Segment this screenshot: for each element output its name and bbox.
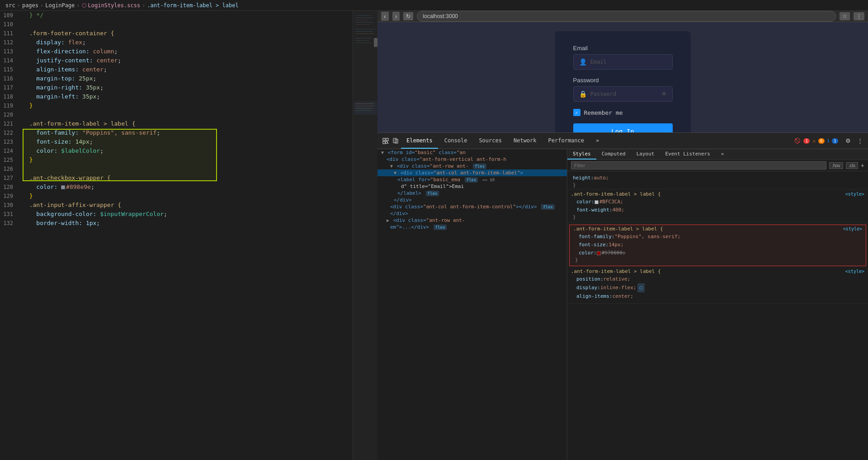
email-field: Email 👤 Email <box>573 45 673 70</box>
css-rule-height-auto: height: auto; } <box>567 173 868 189</box>
code-line-114: 114 justify-content: center; <box>0 56 353 65</box>
dom-line-12[interactable]: em">...</div> flex <box>377 224 567 230</box>
filter-add-btn[interactable]: + <box>861 162 864 169</box>
styles-filter-bar: .hov .cls + <box>567 160 868 171</box>
remember-checkbox[interactable]: ✓ <box>573 109 580 116</box>
breadcrumb-bar: src › pages › LoginPage › ⬡ LoginStyles.… <box>0 0 868 11</box>
breadcrumb-file[interactable]: LoginStyles.scss <box>88 2 141 9</box>
filter-hov-btn[interactable]: .hov <box>829 162 843 169</box>
devtools-content: ▼ <form id="basic" class="an <div class=… <box>377 149 868 460</box>
styles-tab-more[interactable]: » <box>716 149 730 160</box>
browser-back-btn[interactable]: ‹ <box>381 12 389 21</box>
browser-url-bar[interactable] <box>417 11 836 22</box>
breadcrumb-src[interactable]: src <box>5 2 15 9</box>
browser-refresh-btn[interactable]: ↻ <box>403 12 413 20</box>
password-input-display[interactable]: 🔒 Password 👁 <box>573 86 673 102</box>
svg-rect-14 <box>355 108 373 108</box>
browser-bookmark-btn[interactable]: ☆ <box>840 12 850 20</box>
breadcrumb-sep-2: › <box>40 2 43 9</box>
css-rule-3: .ant-form-item-label > label { <style> p… <box>567 268 868 304</box>
styles-content: height: auto; } .ant-form-item-label > l… <box>567 171 868 460</box>
filter-cls-btn[interactable]: .cls <box>846 162 858 169</box>
code-line-113: 113 flex-direction: column; <box>0 47 353 56</box>
dom-line-11[interactable]: ▶ <div class="ant-row ant- <box>377 217 567 224</box>
login-button[interactable]: Log In <box>573 123 673 133</box>
info-icon: ℹ <box>827 138 829 144</box>
css-rule-3-prop-position: position: relative; <box>571 275 864 283</box>
dom-line-1[interactable]: ▼ <form id="basic" class="an <box>377 149 567 156</box>
minimap-scrollbar[interactable] <box>374 38 377 47</box>
code-line-109: 109 } */ <box>0 11 353 20</box>
dom-line-3[interactable]: ▼ <div class="ant-row ant- flex <box>377 163 567 169</box>
dom-line-5[interactable]: <label for="basic_ema flex == $0 <box>377 176 567 183</box>
devtools-tab-network[interactable]: Network <box>508 133 542 149</box>
dom-line-8[interactable]: </div> <box>377 197 567 203</box>
svg-rect-3 <box>355 22 373 23</box>
warning-icon: ⚠ <box>812 138 816 144</box>
dom-line-9[interactable]: <div class="ant-col ant-form-item-contro… <box>377 203 567 210</box>
css-rule-1-prop-color: color: #BFC3CA; <box>571 198 864 206</box>
code-lines: 109 } */ 110 111 .form-footer-container … <box>0 11 353 228</box>
browser-forward-btn[interactable]: › <box>392 12 400 21</box>
code-line-121: 121 .ant-form-item-label > label { <box>0 119 353 128</box>
code-line-124: 124 color: $labelColor; <box>0 146 353 155</box>
code-line-115: 115 align-items: center; <box>0 65 353 74</box>
inline-flex-badge: ⬡ <box>637 283 645 292</box>
styles-tab-layout[interactable]: Layout <box>631 149 660 160</box>
code-line-123: 123 font-size: 14px; <box>0 137 353 146</box>
css-rule-1: .ant-form-item-label > label { <style> c… <box>567 190 868 223</box>
devtools-tab-sources[interactable]: Sources <box>473 133 507 149</box>
devtools-status-icons: 🚫 1 ⚠ 6 ℹ 1 ⚙ ⋮ <box>794 136 864 146</box>
dom-flex-badge-1: flex <box>473 164 486 169</box>
breadcrumb-sep-4: › <box>142 2 145 9</box>
svg-rect-10 <box>355 42 371 43</box>
styles-tab-styles[interactable]: Styles <box>567 149 596 160</box>
devtools-tab-more[interactable]: » <box>590 133 604 149</box>
code-line-120: 120 <box>0 110 353 119</box>
email-input-display[interactable]: 👤 Email <box>573 54 673 70</box>
dom-line-10[interactable]: </div> <box>377 210 567 217</box>
css-rule-2-prop-color: color: #970000; <box>573 249 862 257</box>
svg-rect-16 <box>383 138 385 141</box>
password-toggle-icon[interactable]: 👁 <box>661 91 667 97</box>
browser-toolbar: ‹ › ↻ ☆ ⋮ <box>377 11 868 22</box>
styles-tab-event-listeners[interactable]: Event Listeners <box>660 149 715 160</box>
css-rule-3-prop-display: display: inline-flex; ⬡ <box>571 283 864 292</box>
browser-menu-btn[interactable]: ⋮ <box>854 12 864 20</box>
css-rule-3-selector: .ant-form-item-label > label { <style> <box>571 268 864 274</box>
dom-flex-badge-2: flex <box>465 177 478 183</box>
devtools-tab-performance[interactable]: Performance <box>543 133 590 149</box>
devtools-more-btn[interactable]: ⋮ <box>855 136 864 146</box>
swatch-bfc3ca <box>594 200 599 204</box>
devtools-settings-btn[interactable]: ⚙ <box>844 136 853 146</box>
code-line-116: 116 margin-top: 25px; <box>0 74 353 83</box>
devtools-tab-console[interactable]: Console <box>439 133 473 149</box>
password-label: Password <box>573 77 673 84</box>
dom-line-7[interactable]: </label> flex <box>377 190 567 197</box>
dom-panel: ▼ <form id="basic" class="an <div class=… <box>377 149 567 460</box>
svg-rect-1 <box>355 18 373 18</box>
css-prop-height: height: auto; <box>571 174 864 182</box>
dom-line-2[interactable]: <div class="ant-form-vertical ant-form-h <box>377 156 567 163</box>
svg-rect-2 <box>355 20 369 20</box>
email-placeholder-text: Email <box>590 59 607 65</box>
styles-panel: Styles Computed Layout Event Listeners »… <box>567 149 868 460</box>
dom-line-4[interactable]: ▼ <div class="ant-col ant-form-item-labe… <box>377 169 567 176</box>
css-rule-3-prop-alignitems: align-items: center; <box>571 292 864 300</box>
password-field: Password 🔒 Password 👁 <box>573 77 673 102</box>
breadcrumb-loginpage[interactable]: LoginPage <box>45 2 75 9</box>
dom-line-6[interactable]: d" title="Email">Emai <box>377 183 567 190</box>
minimap <box>353 11 377 460</box>
styles-filter-input[interactable] <box>571 161 826 169</box>
breadcrumb-pages[interactable]: pages <box>22 2 38 9</box>
devtools-tab-elements[interactable]: Elements <box>401 133 438 149</box>
svg-rect-18 <box>386 138 388 141</box>
browser-preview: ‹ › ↻ ☆ ⋮ Email 👤 Email <box>377 11 868 133</box>
styles-tab-computed[interactable]: Computed <box>596 149 631 160</box>
css-rule-1-prop-fontweight: font-weight: 400; <box>571 206 864 214</box>
devtools-inspect-btn[interactable] <box>381 136 390 146</box>
devtools-device-btn[interactable] <box>391 136 400 146</box>
code-line-130: 130 .ant-input-affix-wrapper { <box>0 201 353 210</box>
code-line-119: 119 } <box>0 101 353 110</box>
code-editor: 109 } */ 110 111 .form-footer-container … <box>0 11 353 460</box>
